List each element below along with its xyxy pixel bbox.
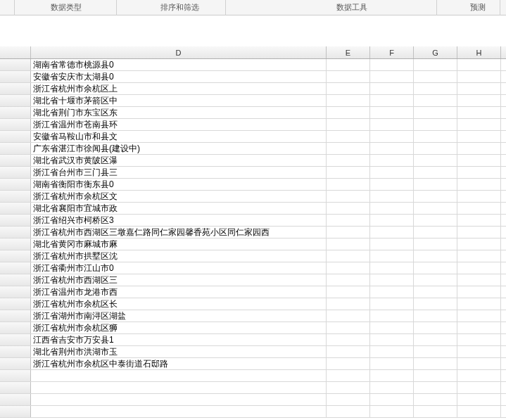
cell[interactable] (370, 358, 414, 369)
cell[interactable] (370, 298, 414, 310)
cell[interactable] (327, 298, 370, 310)
cell[interactable] (31, 382, 327, 393)
cell[interactable] (327, 155, 370, 166)
cell[interactable] (414, 59, 457, 70)
cell[interactable]: 湖北省荆州市洪湖市玉 (31, 346, 327, 357)
cell[interactable]: 湖南省衡阳市衡东县0 (31, 179, 327, 190)
cell[interactable] (370, 83, 414, 94)
row-header[interactable] (0, 310, 31, 322)
cell[interactable]: 湖北省荆门市东宝区东 (31, 107, 327, 118)
cell[interactable] (414, 286, 457, 298)
cell[interactable] (327, 143, 370, 154)
cell[interactable]: 湖北省黄冈市麻城市麻 (31, 238, 327, 250)
cell[interactable] (370, 191, 414, 202)
row-header[interactable] (0, 167, 31, 178)
cell[interactable] (327, 274, 370, 286)
cell[interactable] (370, 394, 414, 405)
cell[interactable]: 浙江省台州市三门县三 (31, 167, 327, 178)
cell[interactable] (457, 227, 501, 238)
cell[interactable] (457, 203, 501, 214)
cell[interactable] (414, 191, 457, 202)
cell[interactable] (327, 406, 370, 417)
cell[interactable] (457, 382, 501, 393)
cell[interactable] (327, 119, 370, 130)
cell[interactable] (327, 83, 370, 94)
cell[interactable]: 浙江省衢州市江山市0 (31, 262, 327, 274)
cell[interactable] (414, 310, 457, 322)
cell[interactable] (327, 167, 370, 178)
cell[interactable]: 浙江省杭州市余杭区长 (31, 298, 327, 310)
cell[interactable] (457, 298, 501, 310)
cell[interactable] (327, 203, 370, 214)
cell[interactable] (370, 95, 414, 106)
column-header-F[interactable]: F (370, 46, 414, 58)
cell[interactable] (327, 238, 370, 250)
cell[interactable] (327, 179, 370, 190)
cell[interactable] (414, 358, 457, 369)
cell[interactable] (414, 406, 457, 417)
cell[interactable] (370, 119, 414, 130)
cell[interactable] (457, 167, 501, 178)
cell[interactable] (457, 250, 501, 262)
cell[interactable] (370, 167, 414, 178)
cell[interactable] (327, 191, 370, 202)
cell[interactable] (370, 382, 414, 393)
cell[interactable]: 湖北省十堰市茅箭区中 (31, 95, 327, 106)
cell[interactable] (327, 215, 370, 226)
cell[interactable] (414, 322, 457, 333)
cell[interactable] (414, 298, 457, 310)
cell[interactable] (414, 203, 457, 214)
cell[interactable] (414, 262, 457, 274)
column-header-H[interactable]: H (457, 46, 501, 58)
row-header[interactable] (0, 406, 31, 417)
row-header[interactable] (0, 382, 31, 393)
row-header[interactable] (0, 286, 31, 298)
cell[interactable] (414, 382, 457, 393)
cell[interactable] (414, 95, 457, 106)
row-header[interactable] (0, 131, 31, 142)
cell[interactable] (370, 131, 414, 142)
cell[interactable] (370, 262, 414, 274)
cell[interactable]: 浙江省湖州市南浔区湖盐 (31, 310, 327, 322)
row-header[interactable] (0, 238, 31, 250)
cell[interactable]: 湖南省常德市桃源县0 (31, 59, 327, 70)
cell[interactable] (457, 83, 501, 94)
cell[interactable] (327, 286, 370, 298)
cell[interactable] (370, 155, 414, 166)
cell[interactable] (370, 107, 414, 118)
cell[interactable] (31, 370, 327, 381)
row-header[interactable] (0, 298, 31, 310)
cell[interactable] (457, 274, 501, 286)
row-header[interactable] (0, 179, 31, 190)
cell[interactable] (457, 107, 501, 118)
row-header[interactable] (0, 83, 31, 94)
cell[interactable] (370, 286, 414, 298)
cell[interactable] (414, 107, 457, 118)
cell[interactable] (370, 310, 414, 322)
cell[interactable] (414, 346, 457, 357)
row-header[interactable] (0, 95, 31, 106)
cell[interactable]: 浙江省温州市苍南县环 (31, 119, 327, 130)
cell[interactable] (327, 394, 370, 405)
cell[interactable]: 浙江省杭州市余杭区文 (31, 191, 327, 202)
cell[interactable] (327, 334, 370, 345)
cell[interactable] (414, 370, 457, 381)
row-header[interactable] (0, 191, 31, 202)
cell[interactable] (31, 406, 327, 417)
cell[interactable] (370, 179, 414, 190)
cell[interactable]: 安徽省马鞍山市和县文 (31, 131, 327, 142)
cell[interactable] (457, 262, 501, 274)
cell[interactable]: 浙江省杭州市拱墅区沈 (31, 250, 327, 262)
row-header[interactable] (0, 119, 31, 130)
row-header[interactable] (0, 59, 31, 70)
row-header[interactable] (0, 155, 31, 166)
row-header[interactable] (0, 107, 31, 118)
cell[interactable]: 安徽省安庆市太湖县0 (31, 71, 327, 82)
cell[interactable] (370, 143, 414, 154)
cell[interactable] (457, 238, 501, 250)
cell[interactable] (370, 346, 414, 357)
cell[interactable] (327, 346, 370, 357)
cell[interactable] (457, 215, 501, 226)
cell[interactable] (457, 191, 501, 202)
cell[interactable] (457, 71, 501, 82)
